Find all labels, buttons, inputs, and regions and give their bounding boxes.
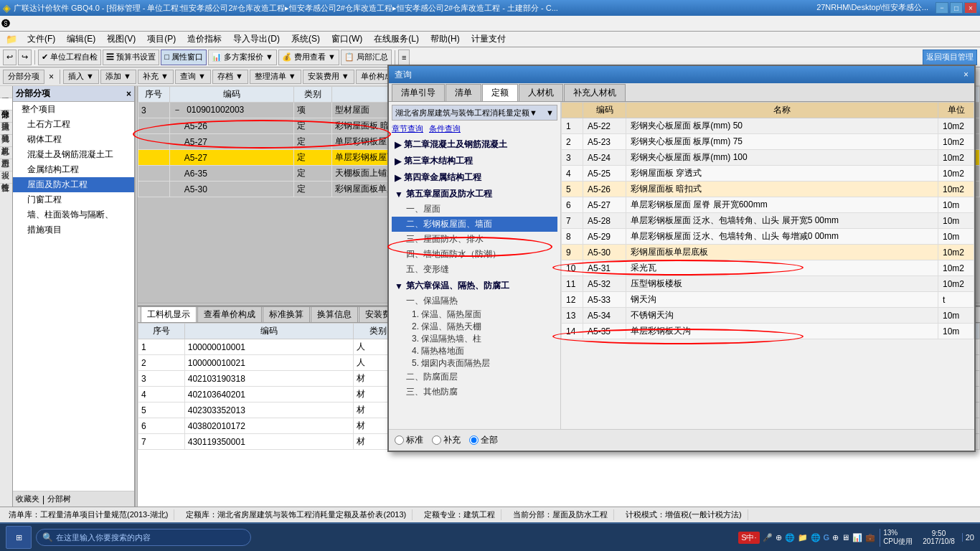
menu-price-index[interactable]: 造价指标	[182, 32, 227, 47]
query-item-other-anticorr[interactable]: 三、其他防腐	[392, 385, 557, 395]
close-section-btn[interactable]: ×	[46, 72, 57, 82]
minimize-button[interactable]: －	[936, 2, 948, 14]
query-item-insulation1[interactable]: 一、保温隔热	[392, 293, 557, 309]
tree-item-metal[interactable]: 金属结构工程	[13, 162, 134, 177]
taskbar-icon-app1[interactable]: ⊕	[776, 533, 782, 542]
section-insulation[interactable]: ▼ 第六章保温、隔热、防腐工 一、保温隔热 1. 保温、隔热屋面 2. 保温、隔…	[392, 278, 557, 395]
result-row[interactable]: 4A5-25彩钢屋面板 穿透式10m2	[562, 166, 974, 182]
taskbar-icon-s[interactable]: S中·	[738, 532, 759, 544]
insert-btn[interactable]: 插入 ▼	[63, 70, 99, 84]
tab-other[interactable]: 其他项目	[0, 123, 12, 135]
section-roofing[interactable]: ▼ 第五章屋面及防水工程 一、屋面 二、彩钢板屋面、墙面 三、屋面防水、排水 四…	[392, 187, 557, 277]
section-tree-btn[interactable]: 分部树	[47, 494, 71, 504]
budget-settings-button[interactable]: ☰ 预算书设置	[103, 50, 159, 65]
menu-online[interactable]: 在线服务(L)	[368, 32, 425, 47]
quota-dropdown-icon[interactable]: ▼	[546, 108, 554, 117]
tab-measures[interactable]: 措施项目	[0, 110, 12, 123]
close-button[interactable]: ×	[964, 2, 977, 14]
query-item-waterproof[interactable]: 三、屋面防水、排水	[392, 232, 557, 247]
property-window-button[interactable]: □ 属性窗口	[161, 50, 207, 65]
menu-file[interactable]: 文件(F)	[22, 32, 61, 47]
result-row-highlighted[interactable]: 5A5-26彩钢屋面板 暗扣式10m2	[562, 182, 974, 197]
condition-tab[interactable]: 条件查询	[429, 123, 461, 134]
taskbar-icon-g[interactable]: G	[824, 533, 830, 542]
quota-library-selector[interactable]: 湖北省房屋建筑与装饰工程消耗量定额▼ ▼	[392, 105, 557, 121]
tree-item-concrete[interactable]: 混凝土及钢筋混凝土工	[13, 147, 134, 162]
query-item-deform[interactable]: 五、变形缝	[392, 262, 557, 277]
menu-project[interactable]: 项目(P)	[141, 32, 182, 47]
section-btn[interactable]: 分部分项	[3, 70, 44, 84]
dialog-tab-fixed-quota[interactable]: 定额	[482, 84, 518, 101]
result-row[interactable]: 8A5-29单层彩钢板屋面 泛水、包墙转角、山头 每增减0 00mm10m	[562, 229, 974, 245]
radio-standard-input[interactable]	[395, 435, 404, 445]
multi-plan-button[interactable]: 📊 多方案报价 ▼	[208, 50, 277, 65]
query-item-steel-roof[interactable]: 二、彩钢板屋面、墙面	[392, 217, 557, 232]
archive-btn[interactable]: 存档 ▼	[212, 70, 248, 84]
tab-unit-price-comp[interactable]: 查看单价构成	[197, 306, 262, 322]
redo-button[interactable]: ↪	[18, 50, 32, 65]
result-row[interactable]: 11A5-32压型钢板楼板10m2	[562, 276, 974, 292]
return-project-button[interactable]: 返回项目管理	[923, 50, 977, 65]
dialog-close-btn[interactable]: ×	[963, 70, 969, 80]
menu-view[interactable]: 视图(V)	[101, 32, 141, 47]
search-bar[interactable]: 🔍 在这里输入你要搜索的内容	[36, 529, 251, 546]
dialog-tab-supplement-labor[interactable]: 补充人材机	[564, 84, 626, 101]
menu-edit[interactable]: 编辑(E)	[61, 32, 101, 47]
install-fee-btn[interactable]: 安装费用 ▼	[303, 70, 354, 84]
taskbar-icon-app3[interactable]: 📁	[798, 533, 808, 542]
collect-btn[interactable]: 收藏夹	[16, 494, 39, 504]
taskbar-icon-app8[interactable]: 💼	[865, 533, 875, 542]
tab-overview[interactable]: 工程概况	[0, 86, 12, 98]
tree-item-doors[interactable]: 门窗工程	[13, 192, 134, 207]
tab-report[interactable]: 报表	[0, 159, 12, 171]
result-row[interactable]: 14A5-35单层彩钢板天沟10m	[562, 324, 974, 339]
result-row-highlighted2[interactable]: 9A5-30彩钢屋面板单层底板10m2	[562, 245, 974, 260]
supplement-btn[interactable]: 补充 ▼	[138, 70, 174, 84]
menu-system[interactable]: 系统(S)	[286, 32, 326, 47]
tab-materials-display[interactable]: 工料机显示	[141, 306, 197, 322]
tab-compliance[interactable]: 符合性检查	[0, 171, 12, 184]
start-button[interactable]: ⊞	[6, 526, 32, 549]
undo-button[interactable]: ↩	[3, 50, 17, 65]
radio-standard[interactable]: 标准	[395, 434, 423, 446]
section-wood-header[interactable]: ▶ 第三章木结构工程	[392, 154, 557, 169]
tree-item-masonry[interactable]: 砌体工程	[13, 132, 134, 147]
section-wood[interactable]: ▶ 第三章木结构工程	[392, 154, 557, 169]
maximize-button[interactable]: □	[950, 2, 963, 14]
query-subitem-2[interactable]: 2. 保温、隔热天棚	[392, 321, 557, 333]
radio-supplement[interactable]: 补充	[432, 434, 461, 446]
radio-supplement-input[interactable]	[432, 435, 441, 445]
organize-btn[interactable]: 整理清单 ▼	[250, 70, 301, 84]
taskbar-icon-app5[interactable]: ⊕	[832, 533, 839, 542]
menu-measure[interactable]: 计量支付	[466, 32, 512, 47]
menu-window[interactable]: 窗口(W)	[326, 32, 368, 47]
tab-std-exchange[interactable]: 标准换算	[263, 306, 310, 322]
add-btn[interactable]: 添加 ▼	[100, 70, 136, 84]
dialog-tab-quota-list[interactable]: 清单	[446, 84, 481, 101]
menu-import-export[interactable]: 导入导出(D)	[227, 32, 286, 47]
tree-item-all[interactable]: 整个项目	[13, 102, 134, 117]
radio-all-input[interactable]	[469, 435, 479, 445]
tab-exchange-info[interactable]: 换算信息	[311, 306, 358, 322]
tab-sections[interactable]: 分部分项	[0, 98, 12, 110]
expand-icon[interactable]: －	[173, 104, 182, 116]
query-item-anticorr[interactable]: 二、防腐面层	[392, 369, 557, 385]
result-row[interactable]: 13A5-34不锈钢天沟10m	[562, 308, 974, 324]
tree-item-wall-decoration[interactable]: 墙、柱面装饰与隔断、	[13, 207, 134, 222]
tree-item-roof[interactable]: 屋面及防水工程	[13, 177, 134, 192]
section-concrete-header[interactable]: ▶ 第二章混凝土及钢筋混凝土	[392, 137, 557, 152]
tree-item-measures-proj[interactable]: 措施项目	[13, 222, 134, 237]
section-concrete[interactable]: ▶ 第二章混凝土及钢筋混凝土	[392, 137, 557, 152]
section-tab[interactable]: 章节查询	[392, 123, 423, 134]
query-btn[interactable]: 查询 ▼	[175, 70, 211, 84]
query-subitem-3[interactable]: 3. 保温隔热墙、柱	[392, 333, 557, 345]
query-subitem-4[interactable]: 4. 隔热格地面	[392, 345, 557, 357]
query-item-wall-waterproof[interactable]: 四、墙地面防水（防潮）	[392, 247, 557, 262]
result-row[interactable]: 2A5-23彩钢夹心板屋面 板厚(mm) 7510m2	[562, 134, 974, 150]
left-panel-close[interactable]: ×	[126, 89, 131, 99]
query-subitem-5[interactable]: 5. 烟囱内表面隔热层	[392, 357, 557, 369]
query-item-roof[interactable]: 一、屋面	[392, 202, 557, 217]
unit-check-button[interactable]: ✔ 单位工程自检	[38, 50, 101, 65]
result-row[interactable]: 1A5-22彩钢夹心板屋面 板厚(mm) 5010m2	[562, 118, 974, 134]
taskbar-icon-app4[interactable]: 🌐	[811, 533, 821, 542]
